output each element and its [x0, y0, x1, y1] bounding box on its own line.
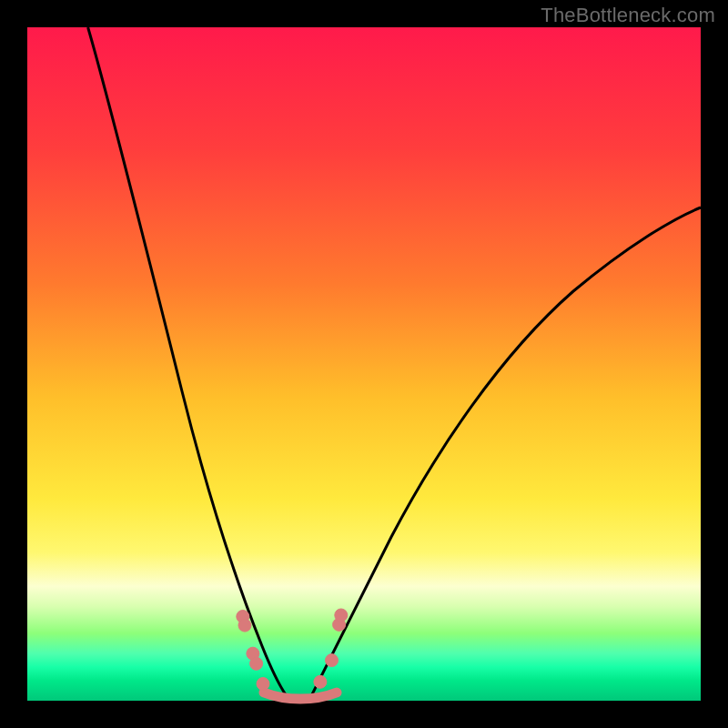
marker-dot: [238, 619, 251, 632]
plot-area: [27, 27, 701, 701]
marker-dot: [326, 654, 339, 667]
right-curve: [311, 207, 701, 696]
marker-dot: [314, 675, 327, 688]
bottom-band: [264, 693, 337, 699]
marker-dot: [250, 657, 263, 670]
watermark-text: TheBottleneck.com: [541, 4, 715, 27]
left-curve: [88, 27, 287, 696]
marker-dot: [257, 678, 269, 691]
curve-layer: [27, 27, 701, 701]
marker-dot: [335, 609, 348, 622]
chart-frame: TheBottleneck.com: [0, 0, 728, 728]
